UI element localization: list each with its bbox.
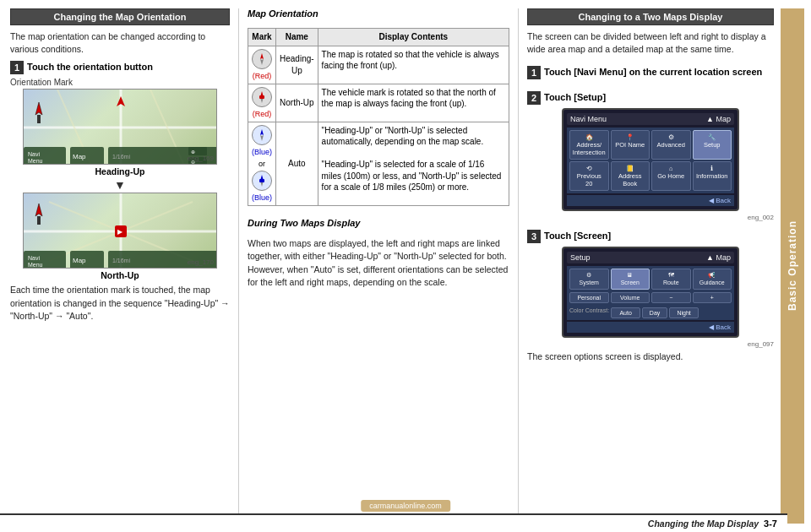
name-north-up: North-Up	[276, 84, 318, 122]
arrow-down: ▼	[10, 179, 230, 191]
right-step1-number: 1	[527, 66, 541, 79]
navi-screen-header: Navi Menu ▲ Map	[567, 113, 734, 125]
navi-btn-setup[interactable]: 🔧 Setup	[693, 130, 732, 160]
svg-text:1/16mi: 1/16mi	[112, 154, 130, 160]
left-section-title: Changing the Map Orientation	[10, 8, 230, 25]
setup-btn-volume[interactable]: Volume	[611, 292, 650, 303]
label-plus: +	[695, 295, 730, 301]
step1-description: Each time the orientation mark is touche…	[10, 284, 230, 323]
icon-guidance: 📢	[695, 272, 730, 279]
divider-middle-right	[518, 8, 519, 524]
compass-auto-svg1	[254, 128, 269, 143]
label-personal: Personal	[572, 295, 607, 301]
right-step3-number: 3	[527, 230, 541, 243]
navi-menu-label: Navi Menu	[570, 115, 607, 123]
screen-caption: The screen options screen is displayed.	[527, 350, 774, 363]
mark-auto: (Blue) or (Blue)	[248, 122, 276, 205]
setup-btn-route[interactable]: 🗺 Route	[651, 269, 691, 290]
eng-label-097: eng_097	[527, 340, 774, 348]
bottom-bar-label: Changing the Map Display	[648, 518, 759, 529]
during-text: When two maps are displayed, the left an…	[248, 237, 509, 289]
svg-text:▶: ▶	[117, 228, 123, 236]
blue-label-1: (Blue)	[252, 147, 272, 157]
svg-rect-42	[259, 179, 264, 182]
label-minus: −	[654, 295, 689, 301]
setup-bottom-row: Personal Volume − +	[567, 292, 734, 306]
eng-label-169: eng_169	[188, 155, 214, 162]
desc-north-up: The vehicle mark is rotated so that the …	[318, 84, 509, 122]
setup-back-bar: ◀ Back	[567, 322, 734, 333]
icon-system: ⚙	[572, 272, 607, 279]
right-section-title: Changing to a Two Maps Display	[527, 8, 774, 25]
red-label-2: (Red)	[253, 109, 272, 119]
map-roads-svg: Navi Menu Map 1/16mi ⊕ ⊖	[24, 90, 216, 164]
step1-number: 1	[10, 61, 24, 74]
navi-btn-previous[interactable]: ⟲ Previous20	[569, 161, 609, 191]
setup-btn-screen[interactable]: 🖥 Screen	[611, 269, 650, 290]
col-header-mark: Mark	[248, 29, 276, 46]
compass-svg-north	[254, 90, 269, 105]
svg-text:Navi: Navi	[28, 255, 40, 261]
step1-section: 1 Touch the orientation button Orientati…	[10, 61, 230, 323]
icon-route: 🗺	[654, 272, 689, 279]
right-step2-title: Touch [Setup]	[544, 91, 606, 103]
setup-btn-auto[interactable]: Auto	[611, 307, 640, 318]
right-step3-title: Touch [Screen]	[544, 230, 611, 242]
svg-marker-34	[260, 59, 264, 65]
svg-marker-4	[35, 102, 42, 115]
btn-icon-gohome: ⌂	[654, 165, 689, 172]
svg-text:Navi: Navi	[28, 151, 40, 157]
or-label: or	[259, 159, 265, 169]
mark-heading-up: (Red)	[248, 46, 276, 84]
watermark: carmanualonline.com	[361, 500, 450, 512]
svg-rect-37	[259, 95, 264, 99]
map-heading-up-container: Navi Menu Map 1/16mi ⊕ ⊖ eng_169	[10, 89, 230, 165]
setup-btn-guidance[interactable]: 📢 Guidance	[693, 269, 732, 290]
step1-title: Touch the orientation button	[27, 61, 153, 73]
setup-btn-personal[interactable]: Personal	[569, 292, 609, 303]
navi-map-label: ▲ Map	[706, 115, 731, 123]
eng-label-002: eng_002	[527, 214, 774, 221]
btn-icon-setup: 🔧	[695, 133, 730, 141]
middle-column: Map Orientation Mark Name Display Conten…	[248, 8, 509, 524]
btn-icon-previous: ⟲	[572, 165, 607, 172]
table-row-auto: (Blue) or (Blue)	[248, 122, 509, 205]
desc-heading-up: The map is rotated so that the vehicle i…	[318, 46, 509, 84]
setup-btn-system[interactable]: ⚙ System	[569, 269, 609, 290]
btn-label-advanced: Advanced	[654, 141, 689, 149]
navi-btn-advanced[interactable]: ⚙ Advanced	[651, 130, 691, 160]
navi-btn-poi[interactable]: 📍 POI Name	[611, 130, 650, 160]
during-title: During Two Maps Display	[248, 218, 509, 228]
bottom-bar: Changing the Map Display 3-7	[0, 513, 787, 532]
label-route: Route	[654, 280, 689, 286]
desc-auto: "Heading-Up" or "North-Up" is selected a…	[318, 122, 509, 205]
navi-btn-gohome[interactable]: ⌂ Go Home	[651, 161, 691, 191]
svg-marker-38	[260, 129, 264, 135]
navi-btn-info[interactable]: ℹ Information	[693, 161, 732, 191]
compass-icon-north	[252, 87, 272, 107]
btn-label-previous: Previous20	[572, 172, 607, 187]
right-column: Changing to a Two Maps Display The scree…	[527, 8, 774, 524]
setup-btn-plus[interactable]: +	[693, 292, 732, 303]
btn-icon-poi: 📍	[613, 133, 648, 141]
right-step3: 3 Touch [Screen] Setup ▲ Map ⚙ System 🖥 …	[527, 230, 774, 363]
setup-btn-minus[interactable]: −	[651, 292, 691, 303]
btn-label-setup: Setup	[695, 141, 730, 149]
right-step1: 1 Touch [Navi Menu] on the current locat…	[527, 66, 774, 83]
map-north-up-image: ▶ Navi Menu Map 1/16mi eng_170	[23, 193, 217, 269]
setup-btn-night[interactable]: Night	[669, 307, 699, 318]
svg-text:1/16mi: 1/16mi	[112, 258, 130, 263]
svg-text:Map: Map	[73, 153, 86, 160]
red-label-1: (Red)	[253, 71, 272, 81]
navi-btn-addrbook[interactable]: 📒 AddressBook	[611, 161, 650, 191]
btn-label-poi: POI Name	[613, 141, 648, 149]
name-auto: Auto	[276, 122, 318, 205]
btn-label-addrbook: AddressBook	[613, 172, 648, 187]
svg-rect-23	[37, 216, 41, 225]
navi-btn-address[interactable]: 🏠 Address/Intersection	[569, 130, 609, 160]
map-heading-up-image: Navi Menu Map 1/16mi ⊕ ⊖ eng_169	[23, 89, 217, 165]
navi-back-bar: ◀ Back	[567, 195, 734, 206]
compass-icon-heading	[252, 49, 272, 69]
setup-screen: Setup ▲ Map ⚙ System 🖥 Screen 🗺 Route	[562, 247, 739, 338]
setup-btn-day[interactable]: Day	[642, 307, 667, 318]
